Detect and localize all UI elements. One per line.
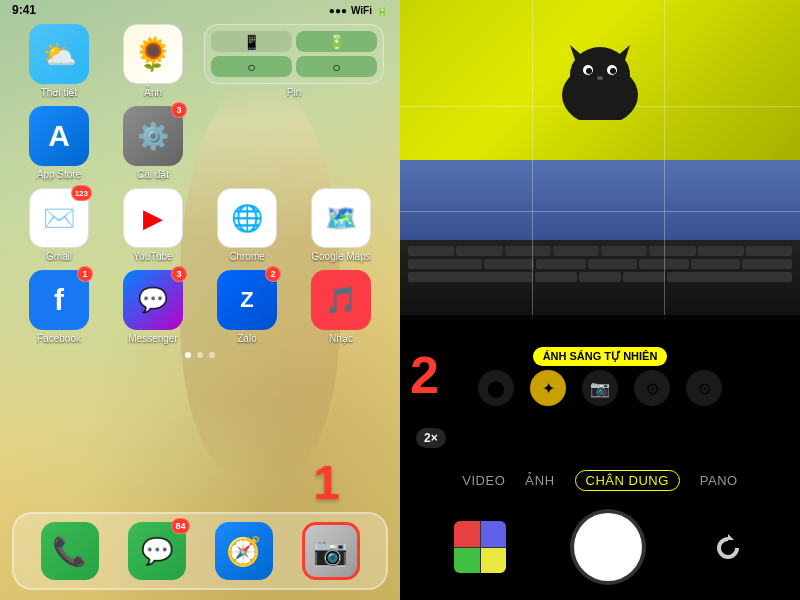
svg-point-7 <box>610 68 616 74</box>
weather-app-label: Thời tiết <box>41 87 77 98</box>
svg-point-6 <box>586 68 592 74</box>
youtube-icon[interactable]: ▶ <box>123 188 183 248</box>
thumb-1 <box>454 521 480 547</box>
photo-mode-icon[interactable]: 📷 <box>582 370 618 406</box>
pin-folder-icon[interactable]: 📱 🔋 ○ ○ <box>204 24 384 84</box>
facebook-icon[interactable]: f 1 <box>29 270 89 330</box>
messenger-label: Messenger <box>128 333 177 344</box>
app-maps-wrap[interactable]: 🗺️ Google Maps <box>298 188 384 262</box>
zalo-label: Zalo <box>237 333 256 344</box>
mode-photo[interactable]: ẢNH <box>525 473 554 488</box>
keyboard-row-2 <box>408 259 792 269</box>
appstore-label: App Store <box>37 169 81 180</box>
status-time: 9:41 <box>12 3 36 17</box>
svg-point-8 <box>597 76 603 80</box>
page-dots <box>0 352 400 358</box>
settings-icon[interactable]: ⚙️ 3 <box>123 106 183 166</box>
zoom-level[interactable]: 2× <box>416 428 446 448</box>
app-appstore-wrap[interactable]: A App Store <box>16 106 102 180</box>
dock-camera[interactable]: 📷 <box>302 522 360 580</box>
wifi-icon: WiFi <box>351 5 372 16</box>
battery-icon: 🔋 <box>376 5 388 16</box>
dock-phone[interactable]: 📞 <box>41 522 99 580</box>
extra-mode-icon[interactable]: ⊙ <box>634 370 670 406</box>
gmail-icon[interactable]: ✉️ 123 <box>29 188 89 248</box>
mode-video[interactable]: VIDEO <box>462 473 505 488</box>
facebook-badge: 1 <box>77 266 93 282</box>
messages-icon[interactable]: 💬 84 <box>128 522 186 580</box>
mode-pano[interactable]: PANO <box>700 473 738 488</box>
app-pin-folder[interactable]: 📱 🔋 ○ ○ Pin <box>204 24 384 98</box>
chrome-icon[interactable]: 🌐 <box>217 188 277 248</box>
app-grid-row1: ⛅ Thời tiết 🌻 Ảnh 📱 🔋 ○ ○ Pin <box>0 20 400 102</box>
youtube-label: YouTube <box>133 251 172 262</box>
app-music-wrap[interactable]: 🎵 Nhạc <box>298 270 384 344</box>
taskbar-icons: ⊞ 🔍 📁 <box>404 320 437 321</box>
dock: 📞 💬 84 🧭 📷 <box>12 512 388 590</box>
shutter-button[interactable] <box>574 513 642 581</box>
app-grid-row3: ✉️ 123 Gmail ▶ YouTube 🌐 Chrome 🗺️ Googl… <box>0 184 400 266</box>
settings-badge: 3 <box>171 102 187 118</box>
messenger-icon[interactable]: 💬 3 <box>123 270 183 330</box>
natural-light-label: ÁNH SÁNG TỰ NHIÊN <box>533 347 668 366</box>
keyboard-row-1 <box>408 246 792 256</box>
natural-light-row: 2 ÁNH SÁNG TỰ NHIÊN ⬤ ✦ 📷 ⊙ ⊙ <box>400 343 800 406</box>
pin-sub-2: 🔋 <box>296 31 377 52</box>
laptop-keyboard <box>400 240 800 320</box>
weather-app-icon[interactable]: ⛅ <box>29 24 89 84</box>
video-mode-icon[interactable]: ⬤ <box>478 370 514 406</box>
pin-sub-3: ○ <box>211 56 292 77</box>
status-bar: 9:41 ●●● WiFi 🔋 <box>0 0 400 20</box>
thumb-4 <box>481 548 507 574</box>
camera-dock-icon[interactable]: 📷 <box>302 522 360 580</box>
light-mode-icon[interactable]: ✦ <box>530 370 566 406</box>
gmail-badge: 123 <box>71 185 92 201</box>
pin-sub-1: 📱 <box>211 31 292 52</box>
page-dot-1 <box>185 352 191 358</box>
chrome-label: Chrome <box>229 251 265 262</box>
messages-badge: 84 <box>171 518 189 534</box>
app-chrome-wrap[interactable]: 🌐 Chrome <box>204 188 290 262</box>
appstore-icon[interactable]: A <box>29 106 89 166</box>
app-facebook-wrap[interactable]: f 1 Facebook <box>16 270 102 344</box>
pin-sub-4: ○ <box>296 56 377 77</box>
app-photos-icon[interactable]: 🌻 Ảnh <box>110 24 196 98</box>
music-icon[interactable]: 🎵 <box>311 270 371 330</box>
camera-screen: ⊞ 🔍 📁 70° Partly cloudy <box>400 0 800 600</box>
app-messenger-wrap[interactable]: 💬 3 Messenger <box>110 270 196 344</box>
extra-mode-icon-2[interactable]: ⊙ <box>686 370 722 406</box>
photos-app-label: Ảnh <box>144 87 162 98</box>
page-dot-2 <box>197 352 203 358</box>
pin-folder-label: Pin <box>287 87 301 98</box>
flip-camera-button[interactable] <box>710 529 746 565</box>
camera-modes: VIDEO ẢNH CHÂN DUNG PANO <box>462 470 737 491</box>
page-dot-3 <box>209 352 215 358</box>
dock-messages[interactable]: 💬 84 <box>128 522 186 580</box>
app-zalo-wrap[interactable]: Z 2 Zalo <box>204 270 290 344</box>
thumb-3 <box>454 548 480 574</box>
safari-icon[interactable]: 🧭 <box>215 522 273 580</box>
mode-icons: ⬤ ✦ 📷 ⊙ ⊙ <box>478 370 722 406</box>
app-gmail-wrap[interactable]: ✉️ 123 Gmail <box>16 188 102 262</box>
zalo-icon[interactable]: Z 2 <box>217 270 277 330</box>
recent-photo-thumbnail[interactable] <box>454 521 506 573</box>
dock-safari[interactable]: 🧭 <box>215 522 273 580</box>
app-settings-wrap[interactable]: ⚙️ 3 Cài đặt <box>110 106 196 180</box>
photos-app-icon[interactable]: 🌻 <box>123 24 183 84</box>
cat-figure <box>550 40 650 134</box>
app-grid-row2: A App Store ⚙️ 3 Cài đặt <box>0 102 400 184</box>
camera-viewfinder: ⊞ 🔍 📁 70° Partly cloudy <box>400 0 800 320</box>
mode-portrait[interactable]: CHÂN DUNG <box>575 470 680 491</box>
phone-icon[interactable]: 📞 <box>41 522 99 580</box>
zoom-controls: 2× <box>400 428 800 448</box>
signal-icon: ●●● <box>329 5 347 16</box>
iphone-home-screen: 9:41 ●●● WiFi 🔋 ⛅ Thời tiết 🌻 Ảnh 📱 🔋 <box>0 0 400 600</box>
camera-controls: 2 ÁNH SÁNG TỰ NHIÊN ⬤ ✦ 📷 ⊙ ⊙ 2× VIDEO Ả… <box>400 320 800 600</box>
messenger-badge: 3 <box>171 266 187 282</box>
app-weather-icon[interactable]: ⛅ Thời tiết <box>16 24 102 98</box>
app-youtube-wrap[interactable]: ▶ YouTube <box>110 188 196 262</box>
maps-icon[interactable]: 🗺️ <box>311 188 371 248</box>
keyboard-row-3 <box>408 272 792 282</box>
bottom-row <box>400 513 800 581</box>
music-label: Nhạc <box>329 333 353 344</box>
